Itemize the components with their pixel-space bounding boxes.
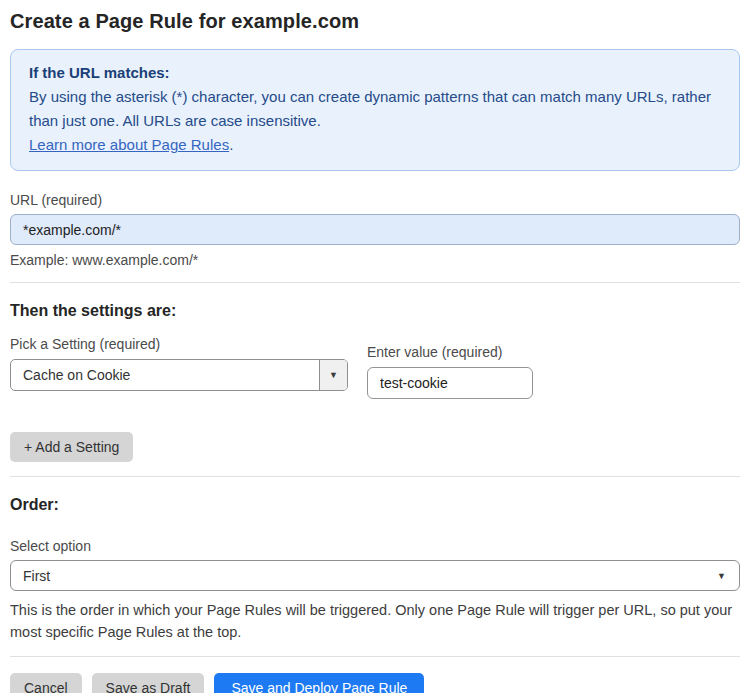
settings-row: Pick a Setting (required) Cache on Cooki… <box>10 336 740 399</box>
chevron-down-icon: ▼ <box>329 371 338 380</box>
setting-value-column: Enter value (required) <box>367 344 533 399</box>
info-box-body: By using the asterisk (*) character, you… <box>29 85 721 133</box>
divider <box>10 656 740 657</box>
order-select[interactable]: First ▼ <box>10 560 740 591</box>
save-and-deploy-button[interactable]: Save and Deploy Page Rule <box>214 673 424 693</box>
setting-dropdown-value: Cache on Cookie <box>11 360 319 390</box>
setting-dropdown-arrow-button[interactable]: ▼ <box>319 360 347 390</box>
link-suffix: . <box>229 136 233 153</box>
setting-picker-column: Pick a Setting (required) Cache on Cooki… <box>10 336 348 399</box>
url-matches-info-box: If the URL matches: By using the asteris… <box>10 49 740 171</box>
cancel-button[interactable]: Cancel <box>10 673 82 693</box>
setting-value-input[interactable] <box>367 367 533 399</box>
page-title: Create a Page Rule for example.com <box>10 10 740 33</box>
chevron-down-icon: ▼ <box>717 571 726 580</box>
footer-actions: Cancel Save as Draft Save and Deploy Pag… <box>10 673 740 693</box>
url-label: URL (required) <box>10 192 740 208</box>
enter-value-label: Enter value (required) <box>367 344 533 360</box>
add-setting-button[interactable]: + Add a Setting <box>10 432 133 462</box>
order-helper-text: This is the order in which your Page Rul… <box>10 599 740 643</box>
url-input[interactable] <box>10 214 740 245</box>
divider <box>10 282 740 283</box>
setting-dropdown[interactable]: Cache on Cookie ▼ <box>10 359 348 391</box>
order-heading: Order: <box>10 496 740 514</box>
save-as-draft-button[interactable]: Save as Draft <box>92 673 205 693</box>
page-rule-form: Create a Page Rule for example.com If th… <box>0 10 750 693</box>
info-box-link-line: Learn more about Page Rules. <box>29 133 721 157</box>
order-select-value: First <box>23 568 50 584</box>
learn-more-link[interactable]: Learn more about Page Rules <box>29 136 229 153</box>
url-example-text: Example: www.example.com/* <box>10 252 740 268</box>
select-option-label: Select option <box>10 538 740 554</box>
settings-heading: Then the settings are: <box>10 302 740 320</box>
pick-setting-label: Pick a Setting (required) <box>10 336 348 352</box>
divider <box>10 476 740 477</box>
info-box-heading: If the URL matches: <box>29 61 721 85</box>
